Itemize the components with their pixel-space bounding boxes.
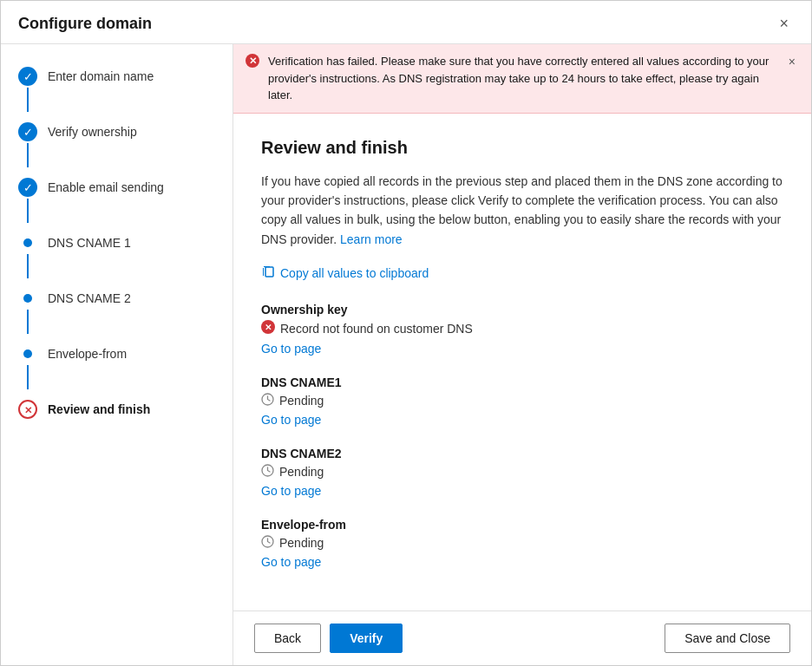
step-line-dns-cname-1	[27, 254, 29, 278]
content-area: Review and finish If you have copied all…	[233, 114, 811, 611]
verify-button[interactable]: Verify	[330, 624, 403, 653]
checkmark-icon	[23, 126, 33, 139]
step-label-enter-domain: Enter domain name	[48, 67, 154, 86]
record-status-text-ownership-key: Record not found on customer DNS	[280, 322, 473, 336]
main-content: ✕ Verification has failed. Please make s…	[233, 44, 811, 665]
step-connector-review-finish	[18, 400, 37, 419]
record-pending-icon-cname1	[261, 393, 274, 408]
save-close-button[interactable]: Save and Close	[665, 624, 790, 653]
alert-text: Verification has failed. Please make sur…	[268, 53, 776, 104]
step-connector-dns-cname-2	[18, 289, 37, 334]
sidebar-item-enable-email[interactable]: Enable email sending	[1, 173, 232, 228]
description: If you have copied all records in the pr…	[261, 172, 783, 250]
record-pending-icon-envelope-from	[261, 535, 274, 551]
record-status-text-dns-cname1: Pending	[279, 394, 324, 408]
step-connector-enter-domain	[18, 67, 37, 112]
alert-close-button[interactable]: ×	[785, 53, 799, 70]
step-connector-envelope-from	[18, 344, 37, 389]
dialog-footer: Back Verify Save and Close	[233, 610, 811, 665]
record-error-icon: ✕	[261, 320, 275, 337]
step-label-review-finish: Review and finish	[48, 400, 150, 419]
step-icon-verify-ownership	[18, 122, 37, 141]
sidebar: Enter domain name Verify ownership	[1, 44, 233, 665]
step-line-enable-email	[27, 199, 29, 223]
step-connector-verify-ownership	[18, 122, 37, 167]
step-icon-dns-cname-1	[23, 238, 32, 247]
record-dns-cname1: DNS CNAME1 Pending Go to page	[261, 375, 783, 428]
step-icon-enter-domain	[18, 67, 37, 86]
record-label-ownership-key: Ownership key	[261, 303, 783, 317]
copy-icon	[261, 264, 275, 282]
section-title: Review and finish	[261, 138, 783, 158]
learn-more-link[interactable]: Learn more	[340, 232, 403, 246]
checkmark-icon	[23, 70, 33, 83]
svg-text:✕: ✕	[265, 323, 272, 332]
record-ownership-key: Ownership key ✕ Record not found on cust…	[261, 303, 783, 356]
record-label-dns-cname2: DNS CNAME2	[261, 447, 783, 460]
step-icon-envelope-from	[23, 349, 32, 358]
record-status-dns-cname1: Pending	[261, 393, 783, 408]
record-label-dns-cname1: DNS CNAME1	[261, 375, 783, 389]
close-button[interactable]: ×	[774, 13, 794, 35]
alert-banner: ✕ Verification has failed. Please make s…	[233, 44, 811, 114]
step-label-dns-cname-2: DNS CNAME 2	[48, 289, 131, 308]
footer-left-buttons: Back Verify	[254, 624, 403, 653]
go-to-page-dns-cname2[interactable]: Go to page	[261, 484, 321, 498]
step-line-verify-ownership	[27, 143, 29, 167]
step-icon-review-finish	[18, 400, 37, 419]
record-status-text-envelope-from: Pending	[279, 536, 324, 550]
record-dns-cname2: DNS CNAME2 Pending Go to page	[261, 447, 783, 499]
record-pending-icon-cname2	[261, 464, 274, 480]
sidebar-item-review-finish[interactable]: Review and finish	[1, 395, 232, 424]
error-icon	[24, 403, 32, 416]
checkmark-icon	[23, 181, 33, 194]
record-label-envelope-from: Envelope-from	[261, 518, 783, 532]
go-to-page-dns-cname1[interactable]: Go to page	[261, 413, 321, 427]
record-status-envelope-from: Pending	[261, 535, 783, 551]
sidebar-item-verify-ownership[interactable]: Verify ownership	[1, 117, 232, 173]
svg-rect-2	[265, 267, 273, 277]
step-label-enable-email: Enable email sending	[48, 178, 164, 197]
configure-domain-dialog: Configure domain × Enter domain name	[0, 0, 812, 666]
copy-all-values-link[interactable]: Copy all values to clipboard	[261, 264, 783, 282]
go-to-page-ownership-key[interactable]: Go to page	[261, 342, 321, 356]
step-line-enter-domain	[27, 88, 29, 112]
step-line-envelope-from	[27, 365, 29, 389]
copy-all-values-label: Copy all values to clipboard	[280, 266, 429, 280]
sidebar-item-enter-domain[interactable]: Enter domain name	[1, 62, 232, 117]
step-connector-enable-email	[18, 178, 37, 223]
step-label-dns-cname-1: DNS CNAME 1	[48, 233, 131, 252]
record-status-ownership-key: ✕ Record not found on customer DNS	[261, 320, 783, 337]
sidebar-item-dns-cname-1[interactable]: DNS CNAME 1	[1, 228, 232, 284]
sidebar-item-dns-cname-2[interactable]: DNS CNAME 2	[1, 284, 232, 339]
svg-text:✕: ✕	[249, 56, 257, 66]
step-line-dns-cname-2	[27, 310, 29, 334]
record-status-text-dns-cname2: Pending	[279, 465, 324, 479]
alert-error-icon: ✕	[246, 54, 259, 71]
step-icon-enable-email	[18, 178, 37, 197]
record-envelope-from: Envelope-from Pending Go to page	[261, 518, 783, 570]
record-status-dns-cname2: Pending	[261, 464, 783, 480]
step-label-envelope-from: Envelope-from	[48, 344, 127, 363]
step-icon-dns-cname-2	[23, 294, 32, 303]
dialog-title: Configure domain	[18, 15, 152, 33]
dialog-body: Enter domain name Verify ownership	[1, 44, 811, 665]
step-connector-dns-cname-1	[18, 233, 37, 278]
back-button[interactable]: Back	[254, 624, 321, 653]
dialog-titlebar: Configure domain ×	[1, 1, 811, 44]
sidebar-item-envelope-from[interactable]: Envelope-from	[1, 339, 232, 395]
step-label-verify-ownership: Verify ownership	[48, 122, 137, 141]
go-to-page-envelope-from[interactable]: Go to page	[261, 555, 321, 569]
